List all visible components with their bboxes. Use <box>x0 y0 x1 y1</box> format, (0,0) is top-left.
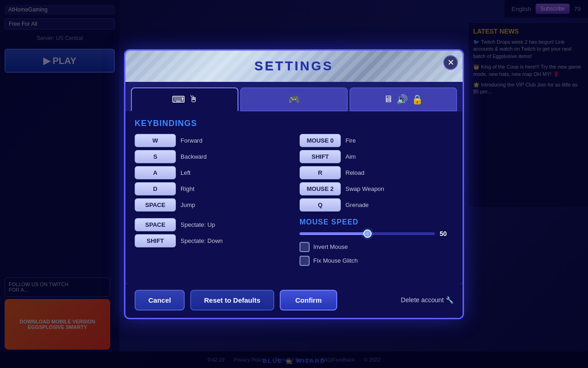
action-spectate-up: Spectate: Up <box>181 221 215 228</box>
key-d[interactable]: D <box>135 182 176 196</box>
action-grenade: Grenade <box>345 201 369 208</box>
tab-bar: ⌨ 🖱 🎮 🖥 🔊 🔒 <box>125 82 463 111</box>
action-reload: Reload <box>345 169 364 176</box>
keybindings-right: MOUSE 0 Fire SHIFT Aim R Reload MOUSE 2 … <box>300 134 453 270</box>
modal-title: SETTINGS <box>134 59 454 74</box>
delete-icon: 🔧 <box>446 296 453 304</box>
keybindings-grid: W Forward S Backward A Left D Right <box>135 134 453 270</box>
invert-mouse-row: Invert Mouse <box>300 242 453 252</box>
key-row-shift-down: SHIFT Spectate: Down <box>135 234 288 247</box>
key-row-s: S Backward <box>135 150 288 163</box>
tab-gamepad[interactable]: 🎮 <box>240 87 348 111</box>
tab-display[interactable]: 🖥 🔊 🔒 <box>350 87 457 111</box>
key-row-shift: SHIFT Aim <box>300 150 453 163</box>
key-mouse2[interactable]: MOUSE 2 <box>300 182 341 196</box>
sound-icon: 🔊 <box>396 94 408 105</box>
key-row-d: D Right <box>135 182 288 196</box>
action-fire: Fire <box>345 137 356 144</box>
action-spectate-down: Spectate: Down <box>181 237 223 244</box>
fix-glitch-row: Fix Mouse Glitch <box>300 256 453 266</box>
spectate-section-left: SPACE Spectate: Up SHIFT Spectate: Down <box>135 218 288 247</box>
key-row-a: A Left <box>135 166 288 179</box>
modal-body: KEYBINDINGS W Forward S Backward A Left <box>125 111 463 284</box>
action-backward: Backward <box>181 153 207 160</box>
key-a[interactable]: A <box>135 166 176 179</box>
key-row-r: R Reload <box>300 166 453 179</box>
key-shift[interactable]: SHIFT <box>300 150 341 163</box>
key-mouse0[interactable]: MOUSE 0 <box>300 134 341 147</box>
gamepad-icon: 🎮 <box>288 94 300 105</box>
lock-icon: 🔒 <box>412 94 423 105</box>
reset-button[interactable]: Reset to Defaults <box>190 290 274 310</box>
speed-value: 50 <box>440 230 453 237</box>
mouse-speed-section: MOUSE SPEED 50 Invert Mouse <box>300 218 453 266</box>
action-swap: Swap Weapon <box>345 185 384 192</box>
key-q[interactable]: Q <box>300 198 341 212</box>
action-forward: Forward <box>181 137 203 144</box>
cancel-button[interactable]: Cancel <box>135 290 185 310</box>
close-button[interactable]: ✕ <box>443 55 458 70</box>
monitor-icon: 🖥 <box>384 94 393 104</box>
modal-footer: Cancel Reset to Defaults Confirm Delete … <box>125 284 463 318</box>
mouse-icon: 🖱 <box>189 94 198 104</box>
action-jump: Jump <box>181 201 195 208</box>
key-row-w: W Forward <box>135 134 288 147</box>
key-row-q: Q Grenade <box>300 198 453 212</box>
key-row-space-up: SPACE Spectate: Up <box>135 218 288 231</box>
confirm-button[interactable]: Confirm <box>280 290 338 310</box>
key-shift-spectate[interactable]: SHIFT <box>135 234 176 247</box>
keybindings-title: KEYBINDINGS <box>135 119 453 128</box>
key-r[interactable]: R <box>300 166 341 179</box>
key-space[interactable]: SPACE <box>135 198 176 212</box>
invert-mouse-label: Invert Mouse <box>313 243 348 250</box>
action-left: Left <box>181 169 191 176</box>
slider-row: 50 <box>300 230 453 237</box>
tab-keybindings[interactable]: ⌨ 🖱 <box>131 87 238 111</box>
delete-label: Delete account <box>401 296 444 304</box>
keybindings-left: W Forward S Backward A Left D Right <box>135 134 288 270</box>
settings-modal: SETTINGS ✕ ⌨ 🖱 🎮 🖥 🔊 🔒 KEYBINDINGS <box>124 49 464 319</box>
mouse-speed-title: MOUSE SPEED <box>300 218 453 226</box>
action-right: Right <box>181 185 194 192</box>
speed-slider-thumb[interactable] <box>363 230 372 238</box>
key-s[interactable]: S <box>135 150 176 163</box>
fix-glitch-checkbox[interactable] <box>300 256 310 266</box>
delete-account[interactable]: Delete account 🔧 <box>401 296 453 304</box>
key-w[interactable]: W <box>135 134 176 147</box>
modal-header: SETTINGS ✕ <box>125 51 463 82</box>
fix-glitch-label: Fix Mouse Glitch <box>313 257 358 264</box>
modal-overlay: SETTINGS ✕ ⌨ 🖱 🎮 🖥 🔊 🔒 KEYBINDINGS <box>0 0 588 368</box>
key-row-space: SPACE Jump <box>135 198 288 212</box>
key-row-mouse0: MOUSE 0 Fire <box>300 134 453 147</box>
keyboard-icon: ⌨ <box>172 94 185 105</box>
invert-mouse-checkbox[interactable] <box>300 242 310 252</box>
speed-slider-track[interactable] <box>300 232 435 235</box>
key-space-spectate[interactable]: SPACE <box>135 218 176 231</box>
key-row-mouse2: MOUSE 2 Swap Weapon <box>300 182 453 196</box>
action-aim: Aim <box>345 153 356 160</box>
